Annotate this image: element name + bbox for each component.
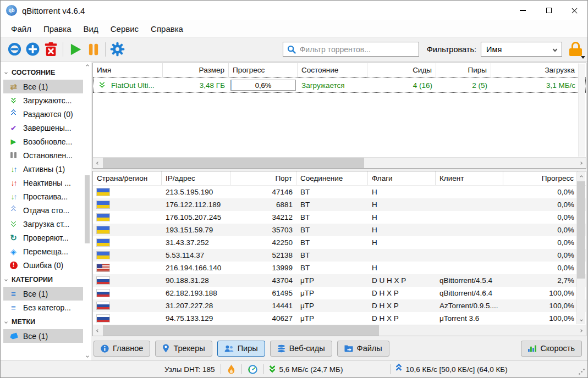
scroll-up-icon[interactable] xyxy=(580,172,582,181)
torrent-row[interactable]: FlatOut Ulti...3,48 ГБ0,6%Загружается4 (… xyxy=(93,77,586,93)
sidebar-section-КАТЕГОРИИ[interactable]: КАТЕГОРИИ xyxy=(1,272,91,287)
peers-column-header[interactable]: Флаги xyxy=(368,171,436,185)
peers-column-header[interactable]: Страна/регион xyxy=(93,171,162,185)
torrent-column-header[interactable]: Состояние xyxy=(298,63,367,77)
peers-column-header[interactable]: Прогресс xyxy=(503,171,578,185)
scrollbar-thumb[interactable] xyxy=(85,175,90,243)
peers-column-header[interactable]: Клиент xyxy=(436,171,503,185)
sidebar-item-stopped[interactable]: Остановлен... xyxy=(3,148,83,162)
global-lock-button[interactable] xyxy=(569,42,582,57)
peer-progress-cell: 0,0% xyxy=(503,186,578,198)
torrent-column-header[interactable]: Сиды xyxy=(367,63,436,77)
sidebar-item-resumed[interactable]: ▶Возобновле... xyxy=(3,135,83,148)
delete-torrent-button[interactable] xyxy=(42,40,60,58)
scroll-right-icon[interactable] xyxy=(576,325,586,336)
minimize-button[interactable] xyxy=(510,1,536,20)
peer-row[interactable]: 193.151.59.7935703BTH0,0% xyxy=(93,224,586,236)
peer-port-cell: 35703 xyxy=(230,224,296,236)
alt-speed-toggle[interactable] xyxy=(248,365,257,374)
resize-grip[interactable] xyxy=(579,373,580,375)
scroll-up-icon[interactable] xyxy=(86,64,89,68)
scroll-right-icon[interactable] xyxy=(576,158,586,168)
close-button[interactable] xyxy=(562,1,587,20)
sidebar-item-seeding[interactable]: Раздаются (0) xyxy=(3,107,83,121)
peers-horizontal-scrollbar[interactable] xyxy=(93,325,586,336)
peers-column-header[interactable]: Соединение xyxy=(296,171,368,185)
scroll-left-icon[interactable] xyxy=(93,325,103,336)
peer-country-cell xyxy=(93,274,162,287)
menu-edit[interactable]: Правка xyxy=(37,22,78,36)
tab-files[interactable]: Файлы xyxy=(337,341,389,357)
peer-row[interactable]: 90.188.31.2843704μTPD U H X PqBittorrent… xyxy=(93,274,586,287)
peers-vertical-scrollbar[interactable] xyxy=(576,172,585,324)
menu-file[interactable]: Файл xyxy=(5,22,37,36)
torrent-column-header[interactable]: Имя xyxy=(93,63,163,77)
peer-connection-cell: BT xyxy=(296,262,368,274)
peer-row[interactable]: 94.75.133.12940627μTPD H X PμTorrent 3.6… xyxy=(93,312,586,325)
qbittorrent-window: qb qBittorrent v4.6.4 ФайлПравкаВидСерви… xyxy=(0,0,588,378)
sidebar-item-stalled[interactable]: ↓↑Простаива... xyxy=(3,190,83,203)
scroll-left-icon[interactable] xyxy=(93,158,103,168)
sidebar-item-checking[interactable]: ↻Проверяют... xyxy=(3,231,83,244)
peer-port-cell: 61495 xyxy=(230,287,296,299)
peer-row[interactable]: 216.194.166.14013999BTH0,0% xyxy=(93,262,586,274)
peers-column-header[interactable]: Порт xyxy=(230,171,296,185)
filter-field-dropdown[interactable]: Имя xyxy=(481,42,562,57)
peer-ip-cell: 216.194.166.140 xyxy=(162,262,230,274)
speed-limit-toggle[interactable] xyxy=(227,364,235,375)
torrent-vertical-scrollbar[interactable] xyxy=(578,64,585,157)
peer-row[interactable]: 62.182.193.18861495μTPD H X PqBittorrent… xyxy=(93,287,586,299)
tab-trackers[interactable]: Трекеры xyxy=(155,341,212,357)
sidebar-scrollbar[interactable] xyxy=(84,63,91,359)
menu-tools[interactable]: Сервис xyxy=(105,22,145,36)
menu-help[interactable]: Справка xyxy=(145,22,189,36)
sidebar-item-downloading[interactable]: Загружаютс... xyxy=(3,93,83,107)
sidebar-section-МЕТКИ[interactable]: МЕТКИ xyxy=(1,314,91,329)
peer-row[interactable]: 31.43.37.25242250BTH0,0% xyxy=(93,236,586,249)
options-button[interactable] xyxy=(108,40,127,58)
menu-view[interactable]: Вид xyxy=(78,22,105,36)
scroll-down-icon[interactable] xyxy=(86,354,89,358)
sidebar-section-СОСТОЯНИЕ[interactable]: СОСТОЯНИЕ xyxy=(1,65,91,80)
peer-row[interactable]: 5.53.114.3752138BT0,0% xyxy=(93,249,586,262)
sidebar-item-moving[interactable]: ◈Перемеща... xyxy=(3,244,83,258)
scrollbar-thumb[interactable] xyxy=(577,181,585,279)
torrent-column-header[interactable]: Пиры xyxy=(436,63,491,77)
sidebar-item-all[interactable]: ⇄Все (1) xyxy=(3,80,83,93)
peer-row[interactable]: 176.105.207.24534212BTH0,0% xyxy=(93,211,586,224)
torrent-filter-input[interactable]: Фильтр торрентов... xyxy=(283,42,419,57)
torrent-column-header[interactable]: Прогресс xyxy=(229,63,298,77)
add-torrent-link-button[interactable] xyxy=(6,40,24,58)
sidebar-item-label: Раздаются (0) xyxy=(23,110,73,119)
maximize-button[interactable] xyxy=(536,1,562,20)
sidebar-item-completed[interactable]: ✔Завершены... xyxy=(3,121,83,135)
peers-column-header[interactable]: IP/адрес xyxy=(162,171,230,185)
resume-button[interactable] xyxy=(66,40,84,58)
tab-webseeds[interactable]: Веб-сиды xyxy=(270,341,332,357)
speed-button[interactable]: Скорость xyxy=(521,341,582,357)
scroll-down-icon[interactable] xyxy=(580,315,582,324)
torrent-column-header[interactable]: Загрузка xyxy=(491,63,579,77)
peer-row[interactable]: 213.5.195.19047146BTH0,0% xyxy=(93,186,586,198)
peer-row[interactable]: 31.207.227.2814441μTPD H X PAzTorrent/0.… xyxy=(93,299,586,312)
sidebar-item-cat-uncategorized[interactable]: ≡Без категор... xyxy=(3,301,83,314)
sidebar-item-inactive[interactable]: ↓↑Неактивны ... xyxy=(3,176,83,190)
sidebar-item-active[interactable]: ↓↑Активны (1) xyxy=(3,162,83,176)
window-title: qBittorrent v4.6.4 xyxy=(22,6,85,15)
sidebar-item-label: Проверяют... xyxy=(23,234,69,242)
sidebar-item-stalled-downloading[interactable]: Загрузка ст... xyxy=(3,217,83,231)
peer-flags-cell: H xyxy=(368,224,436,236)
add-torrent-file-button[interactable] xyxy=(24,40,42,58)
sidebar-item-cat-all[interactable]: ≡Все (1) xyxy=(3,287,83,301)
torrent-horizontal-scrollbar[interactable] xyxy=(93,157,586,168)
tab-peers[interactable]: Пиры xyxy=(217,341,265,357)
sidebar-item-tag-all[interactable]: Все (1) xyxy=(3,329,83,343)
tab-general[interactable]: Главное xyxy=(94,341,150,357)
sidebar-item-errored[interactable]: !Ошибка (0) xyxy=(3,258,83,272)
torrent-column-header[interactable]: Размер xyxy=(163,63,229,77)
peer-row[interactable]: 176.122.112.1896881BTH0,0% xyxy=(93,198,586,211)
sidebar-item-stalled-uploading[interactable]: Отдача сто... xyxy=(3,203,83,217)
scrollbar-thumb[interactable] xyxy=(103,325,379,336)
pause-button[interactable] xyxy=(84,40,102,58)
scrollbar-thumb[interactable] xyxy=(103,158,364,168)
